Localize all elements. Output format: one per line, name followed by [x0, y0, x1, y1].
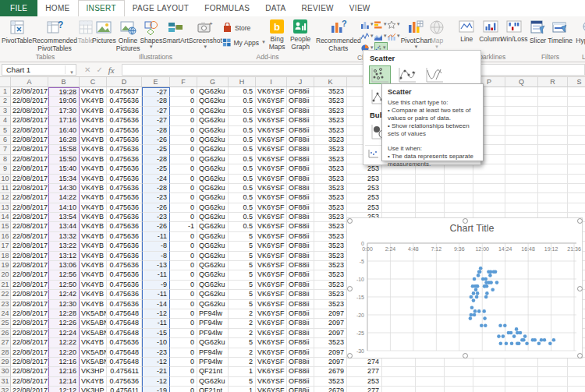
cell-A12[interactable]: 22/08/2017	[11, 193, 48, 203]
cell-I21[interactable]: VK6YSF	[256, 281, 287, 290]
cell-G20[interactable]: QG62ku	[197, 270, 229, 280]
cell-G1[interactable]: QG62ku	[197, 87, 229, 97]
insert-area-chart-button[interactable]: ▼	[374, 30, 388, 42]
column-header-J[interactable]: J	[287, 77, 314, 87]
cell-B11[interactable]: 14:30	[48, 184, 80, 193]
cell-A27[interactable]: 22/08/2017	[11, 338, 48, 348]
cell-E21[interactable]: -9	[142, 281, 170, 290]
cell-H3[interactable]: 0.5	[229, 107, 256, 116]
cell-J32[interactable]: OF88ii	[287, 387, 314, 392]
cell-J27[interactable]: OF88ii	[287, 338, 314, 348]
cell-J6[interactable]: OF88ii	[287, 136, 314, 145]
cell-A26[interactable]: 22/08/2017	[11, 329, 48, 338]
cell-G8[interactable]: QG62ku	[197, 155, 229, 164]
cell-I11[interactable]: VK6YSF	[256, 184, 287, 193]
cell-E8[interactable]: -28	[142, 155, 170, 164]
cell-C19[interactable]: VK4YB	[80, 261, 107, 270]
cell-C26[interactable]: VK5ABN	[80, 329, 107, 338]
cell-E26[interactable]: -15	[142, 329, 170, 338]
cell-J1[interactable]: OF88ii	[287, 87, 314, 97]
cell-O31[interactable]	[445, 377, 473, 387]
cell-J29[interactable]: OF88ii	[287, 358, 314, 367]
cell-F5[interactable]: 0	[170, 126, 197, 136]
cell-G31[interactable]: QG62ku	[197, 377, 229, 387]
cell-C6[interactable]: VK4YB	[80, 136, 107, 145]
chart-selection-handle[interactable]	[577, 286, 583, 291]
cell-B30[interactable]: 12:16	[48, 367, 80, 376]
slicer-button[interactable]: Slicer	[528, 17, 548, 53]
row-header-28[interactable]: 28	[0, 348, 11, 358]
cell-N10[interactable]	[416, 175, 445, 184]
row-header-14[interactable]: 14	[0, 213, 11, 222]
cell-C18[interactable]: VK4YB	[80, 252, 107, 261]
ribbon-tab-home[interactable]: HOME	[37, 0, 77, 16]
cell-N12[interactable]	[416, 193, 445, 203]
cell-C5[interactable]: VK4YB	[80, 126, 107, 136]
cell-M31[interactable]	[382, 377, 416, 387]
cell-L12[interactable]: 253	[347, 193, 382, 203]
cell-A30[interactable]: 22/08/2017	[11, 367, 48, 376]
cell-G21[interactable]: QG62ku	[197, 281, 229, 290]
cell-C15[interactable]: VK4YB	[80, 222, 107, 231]
cell-H18[interactable]: 5	[229, 252, 256, 261]
ribbon-tab-data[interactable]: DATA	[257, 0, 293, 16]
cell-A2[interactable]: 22/08/2017	[11, 97, 48, 106]
cell-B5[interactable]: 16:40	[48, 126, 80, 136]
row-header-23[interactable]: 23	[0, 300, 11, 309]
cell-H9[interactable]: 0.5	[229, 164, 256, 174]
timeline-button[interactable]: Timeline	[548, 17, 573, 53]
cell-A9[interactable]: 22/08/2017	[11, 164, 48, 174]
cell-G9[interactable]: QG62ku	[197, 164, 229, 174]
cell-A3[interactable]: 22/08/2017	[11, 107, 48, 116]
cell-D16[interactable]: 0.475636	[107, 232, 142, 242]
cell-A8[interactable]: 22/08/2017	[11, 155, 48, 164]
cell-B6[interactable]: 16:28	[48, 136, 80, 145]
cell-J21[interactable]: OF88ii	[287, 281, 314, 290]
row-header-11[interactable]: 11	[0, 184, 11, 193]
cell-H15[interactable]: 0.5	[229, 222, 256, 231]
cell-C2[interactable]: VK4YB	[80, 97, 107, 106]
cell-C10[interactable]: VK4YB	[80, 175, 107, 184]
my-apps-button[interactable]: My Apps ▼	[222, 35, 266, 50]
cell-H23[interactable]: 5	[229, 300, 256, 309]
bing-maps-button[interactable]: b Bing Maps	[266, 17, 288, 53]
cell-A25[interactable]: 22/08/2017	[11, 319, 48, 328]
cell-S8[interactable]	[568, 155, 585, 164]
cell-C21[interactable]: VK4YB	[80, 281, 107, 290]
cell-F15[interactable]: -1	[170, 222, 197, 231]
cell-S13[interactable]	[568, 203, 585, 213]
online-pictures-button[interactable]: Online Pictures	[116, 17, 140, 53]
cell-H1[interactable]: 0.5	[229, 87, 256, 97]
cell-E12[interactable]: -23	[142, 193, 170, 203]
row-header-9[interactable]: 9	[0, 164, 11, 174]
cell-B17[interactable]: 13:22	[48, 242, 80, 251]
cell-J31[interactable]: OF88ii	[287, 377, 314, 387]
cell-B3[interactable]: 17:30	[48, 107, 80, 116]
cell-I15[interactable]: VK6YSF	[256, 222, 287, 231]
cell-H32[interactable]: 1	[229, 387, 256, 392]
cell-I5[interactable]: VK6YSF	[256, 126, 287, 136]
cell-H31[interactable]: 5	[229, 377, 256, 387]
cell-A10[interactable]: 22/08/2017	[11, 175, 48, 184]
cell-H17[interactable]: 5	[229, 242, 256, 251]
row-header-10[interactable]: 10	[0, 175, 11, 184]
cell-F28[interactable]: 0	[170, 348, 197, 358]
cell-N31[interactable]	[416, 377, 445, 387]
cell-K27[interactable]: 3523	[314, 338, 347, 348]
cell-O10[interactable]	[445, 175, 473, 184]
cell-A5[interactable]: 22/08/2017	[11, 126, 48, 136]
cell-B9[interactable]: 15:40	[48, 164, 80, 174]
cell-K19[interactable]: 3523	[314, 261, 347, 270]
cell-I8[interactable]: VK6YSF	[256, 155, 287, 164]
cell-L31[interactable]: 253	[347, 377, 382, 387]
cell-G6[interactable]: QG62ku	[197, 136, 229, 145]
cell-G29[interactable]: PF94lw	[197, 358, 229, 367]
cell-A16[interactable]: 22/08/2017	[11, 232, 48, 242]
column-header-H[interactable]: H	[229, 77, 256, 87]
cell-D18[interactable]: 0.475636	[107, 252, 142, 261]
cell-E10[interactable]: -24	[142, 175, 170, 184]
row-header-24[interactable]: 24	[0, 309, 11, 319]
cell-J5[interactable]: OF88ii	[287, 126, 314, 136]
cell-F21[interactable]: 0	[170, 281, 197, 290]
cell-P9[interactable]	[473, 164, 505, 174]
